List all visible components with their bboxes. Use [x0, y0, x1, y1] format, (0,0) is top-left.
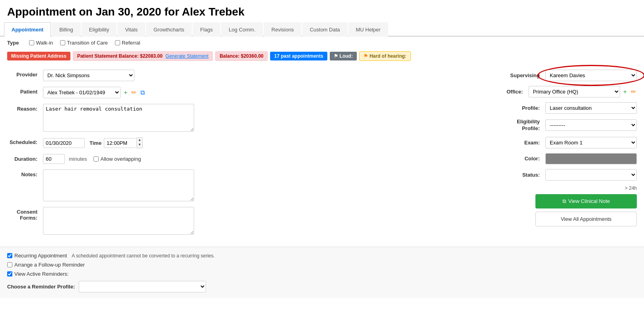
- referral-label: Referral: [122, 40, 140, 46]
- tab-appointment[interactable]: Appointment: [4, 22, 51, 37]
- eligibility-label-text: EligibilityProfile:: [517, 119, 540, 131]
- reason-textarea[interactable]: [43, 104, 194, 132]
- time-label: Time: [89, 140, 101, 146]
- notes-row: Notes:: [7, 169, 454, 201]
- allow-overlap-checkbox[interactable]: [93, 156, 99, 162]
- tab-logcomm[interactable]: Log Comm.: [221, 22, 263, 37]
- recurring-note: A scheduled appointment cannot be conver…: [72, 253, 215, 259]
- page-title: Appointment on Jan 30, 2020 for Alex Tre…: [0, 0, 644, 22]
- active-reminders-row: View Active Reminders:: [7, 271, 637, 277]
- scheduled-control: Time ▲ ▼: [43, 137, 454, 148]
- tab-vitals[interactable]: Vitals: [117, 22, 145, 37]
- notes-textarea[interactable]: [43, 169, 194, 201]
- scheduled-row: Scheduled: Time ▲ ▼: [7, 137, 454, 148]
- alerts-row: Missing Patient Address Patient Statemen…: [0, 49, 644, 63]
- generate-statement-link[interactable]: Generate Statement: [165, 53, 208, 59]
- office-select[interactable]: Primary Office (HQ): [529, 86, 620, 97]
- tab-customdata[interactable]: Custom Data: [302, 22, 348, 37]
- statement-balance-prefix: Patient Statement Balance:: [77, 53, 139, 59]
- time-stepper[interactable]: ▲ ▼: [136, 137, 143, 148]
- tab-eligibility[interactable]: Eligibility: [82, 22, 117, 37]
- followup-label-text: Arrange a Follow-up Reminder: [14, 262, 85, 268]
- view-all-appointments-button[interactable]: View All Appointments: [535, 212, 637, 226]
- eligibility-select[interactable]: ---------: [545, 119, 637, 131]
- external-patient-button[interactable]: ⧉: [140, 88, 146, 97]
- consent-control: [43, 207, 454, 235]
- consent-textarea[interactable]: [43, 207, 194, 235]
- active-reminders-label-text: View Active Reminders:: [14, 271, 68, 277]
- past-appointments-badge[interactable]: 17 past appointments: [270, 52, 327, 60]
- eligibility-control: ---------: [545, 119, 637, 131]
- transition-checkbox[interactable]: [60, 40, 65, 45]
- statement-balance-badge: Patient Statement Balance: $22083.00 Gen…: [73, 51, 213, 61]
- recurring-checkbox[interactable]: [7, 253, 12, 258]
- color-label: Color:: [490, 156, 545, 162]
- patient-row: Patient Alex Trebek - 01/02/1949 + ✏ ⧉: [7, 87, 454, 98]
- duration-label: Duration:: [7, 154, 43, 162]
- loud-label: Loud:: [340, 53, 353, 59]
- transition-checkbox-label[interactable]: Transition of Care: [60, 40, 108, 46]
- left-panel: Provider Dr. Nick Simpsons Patient Alex …: [7, 70, 454, 240]
- referral-checkbox-label[interactable]: Referral: [115, 40, 140, 46]
- exam-select[interactable]: Exam Room 1: [545, 137, 637, 148]
- provider-row: Provider Dr. Nick Simpsons: [7, 70, 454, 81]
- followup-label[interactable]: Arrange a Follow-up Reminder: [7, 262, 85, 268]
- supervising-row: Supervising Kareem Davies: [462, 70, 637, 81]
- walkin-checkbox-label[interactable]: Walk-in: [29, 40, 53, 46]
- tab-flags[interactable]: Flags: [193, 22, 220, 37]
- exam-label: Exam:: [490, 140, 545, 146]
- hard-of-hearing-badge: ⚑ Hard of hearing:: [359, 51, 411, 61]
- gt24h-text: > 24h: [462, 185, 637, 191]
- reason-row: Reason:: [7, 104, 454, 132]
- patient-select[interactable]: Alex Trebek - 01/02/1949: [43, 87, 121, 98]
- bottom-section: Recurring Appointment A scheduled appoin…: [0, 247, 644, 298]
- notes-label: Notes:: [7, 169, 43, 177]
- active-reminders-label[interactable]: View Active Reminders:: [7, 271, 68, 277]
- consent-label-text: ConsentForms:: [17, 209, 37, 221]
- tab-revisions[interactable]: Revisions: [264, 22, 301, 37]
- balance-badge: Balance: $20360.00: [215, 51, 268, 61]
- reminder-profile-select[interactable]: [79, 281, 206, 292]
- time-down-icon[interactable]: ▼: [137, 142, 142, 147]
- reminder-profile-row: Choose a Reminder Profile:: [7, 281, 637, 292]
- missing-address-badge: Missing Patient Address: [7, 52, 70, 60]
- view-clinical-note-button[interactable]: ⧉ View Clinical Note: [535, 194, 637, 208]
- time-up-icon[interactable]: ▲: [137, 138, 142, 142]
- eligibility-label: EligibilityProfile:: [490, 119, 545, 132]
- reminder-profile-label: Choose a Reminder Profile:: [7, 284, 75, 290]
- main-content: Provider Dr. Nick Simpsons Patient Alex …: [0, 63, 644, 247]
- active-reminders-checkbox[interactable]: [7, 271, 12, 277]
- profile-label: Profile:: [490, 105, 545, 111]
- office-label: Office:: [473, 89, 529, 95]
- provider-control: Dr. Nick Simpsons: [43, 70, 454, 81]
- statement-balance-amount: $22083.00: [140, 53, 163, 59]
- allow-overlap-label: Allow overlapping: [101, 156, 141, 162]
- walkin-label: Walk-in: [36, 40, 53, 46]
- time-input[interactable]: [104, 138, 136, 148]
- walkin-checkbox[interactable]: [29, 40, 34, 45]
- recurring-label[interactable]: Recurring Appointment: [7, 253, 67, 259]
- profile-select[interactable]: Laser consultation: [545, 102, 637, 114]
- tab-muhelper[interactable]: MU Helper: [348, 22, 388, 37]
- followup-row: Arrange a Follow-up Reminder: [7, 262, 637, 268]
- duration-input[interactable]: [43, 154, 65, 164]
- status-select[interactable]: [545, 169, 637, 181]
- add-patient-button[interactable]: +: [123, 88, 128, 97]
- tab-growthcharts[interactable]: Growthcharts: [146, 22, 192, 37]
- tab-billing[interactable]: Billing: [52, 22, 81, 37]
- right-panel: Supervising Kareem Davies Office: Primar…: [462, 70, 637, 240]
- edit-patient-button[interactable]: ✏: [130, 88, 137, 97]
- patient-label: Patient: [7, 87, 43, 95]
- edit-office-button[interactable]: ✏: [630, 87, 637, 96]
- referral-checkbox[interactable]: [115, 40, 120, 45]
- status-control: [545, 169, 637, 181]
- flag-icon: ⚑: [334, 53, 338, 59]
- view-all-appointments-label: View All Appointments: [561, 216, 612, 222]
- followup-checkbox[interactable]: [7, 262, 12, 267]
- date-input[interactable]: [43, 138, 85, 148]
- provider-select[interactable]: Dr. Nick Simpsons: [43, 70, 134, 81]
- duration-row: Duration: minutes Allow overlapping: [7, 154, 454, 164]
- color-swatch[interactable]: [545, 153, 637, 164]
- add-office-button[interactable]: +: [623, 88, 628, 96]
- supervising-select[interactable]: Kareem Davies: [545, 70, 637, 81]
